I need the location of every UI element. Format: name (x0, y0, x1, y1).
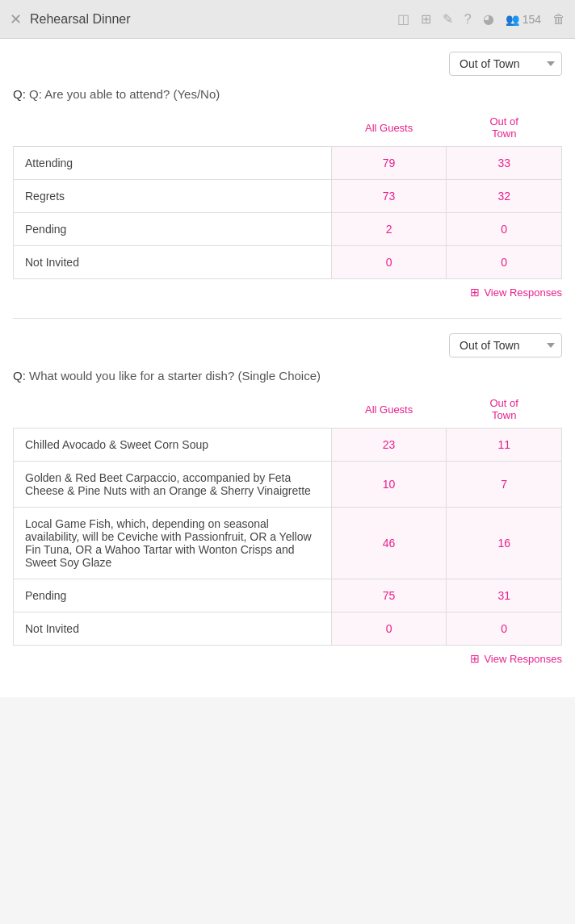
row-label: Local Game Fish, which, depending on sea… (14, 508, 332, 579)
row-label: Golden & Red Beet Carpaccio, accompanied… (14, 462, 332, 508)
grid-icon[interactable]: ⊞ (421, 11, 431, 27)
table-row: Golden & Red Beet Carpaccio, accompanied… (14, 462, 562, 508)
table-row: Pending 75 31 (14, 579, 562, 613)
help-icon[interactable]: ? (464, 12, 472, 27)
tablet-icon[interactable]: ◫ (397, 11, 409, 27)
section2-question: Q: What would you like for a starter dis… (13, 369, 562, 383)
section1-col-headers: All Guests Out ofTown (14, 112, 562, 147)
section1-col-label (14, 112, 332, 147)
row-out-of-town: 11 (447, 429, 562, 462)
section2-table: All Guests Out ofTown Chilled Avocado & … (13, 394, 562, 646)
section2-col-label (14, 394, 332, 429)
table-row: Not Invited 0 0 (14, 246, 562, 279)
row-out-of-town: 16 (447, 508, 562, 579)
row-out-of-town: 0 (447, 213, 562, 246)
section1-question: Q: Q: Are you able to attend? (Yes/No) (13, 87, 562, 101)
page-title: Rehearsal Dinner (30, 12, 397, 27)
row-label: Pending (14, 213, 332, 246)
people-icon: 👥 (506, 13, 519, 26)
section-attendance: All Guests Out of Town Q: Q: Are you abl… (13, 52, 562, 302)
table-row: Local Game Fish, which, depending on sea… (14, 508, 562, 579)
section-divider (13, 318, 562, 319)
section2-col-all: All Guests (331, 394, 447, 429)
row-out-of-town: 0 (447, 613, 562, 646)
main-content: All Guests Out of Town Q: Q: Are you abl… (0, 39, 575, 697)
row-label: Not Invited (14, 246, 332, 279)
row-out-of-town: 31 (447, 579, 562, 613)
row-all-guests: 75 (331, 579, 447, 613)
row-label: Pending (14, 579, 332, 613)
row-label: Chilled Avocado & Sweet Corn Soup (14, 429, 332, 462)
row-label: Not Invited (14, 613, 332, 646)
cross-icon[interactable]: ✕ (10, 10, 22, 28)
row-all-guests: 0 (331, 613, 447, 646)
section2-view-responses[interactable]: ⊞ View Responses (13, 646, 562, 668)
edit-icon[interactable]: ✎ (443, 11, 453, 27)
table-row: Regrets 73 32 (14, 180, 562, 213)
row-all-guests: 23 (331, 429, 447, 462)
section2-filter-dropdown[interactable]: All Guests Out of Town (449, 333, 562, 357)
section1-col-out: Out ofTown (447, 112, 562, 147)
guest-count: 154 (523, 13, 541, 26)
header: ✕ Rehearsal Dinner ◫ ⊞ ✎ ? ◕ 👥 154 🗑 (0, 0, 575, 39)
table-row: Pending 2 0 (14, 213, 562, 246)
row-out-of-town: 0 (447, 246, 562, 279)
row-all-guests: 73 (331, 180, 447, 213)
section-starter: All Guests Out of Town Q: What would you… (13, 333, 562, 668)
row-out-of-town: 33 (447, 147, 562, 180)
row-all-guests: 46 (331, 508, 447, 579)
row-all-guests: 2 (331, 213, 447, 246)
row-out-of-town: 32 (447, 180, 562, 213)
table-row: Not Invited 0 0 (14, 613, 562, 646)
section1-col-all: All Guests (331, 112, 447, 147)
row-out-of-town: 7 (447, 462, 562, 508)
section2-col-headers: All Guests Out ofTown (14, 394, 562, 429)
row-all-guests: 10 (331, 462, 447, 508)
row-label: Attending (14, 147, 332, 180)
header-icons: ◫ ⊞ ✎ ? ◕ 👥 154 🗑 (397, 11, 565, 27)
section1-dropdown-row: All Guests Out of Town (13, 52, 562, 76)
section2-dropdown-row: All Guests Out of Town (13, 333, 562, 357)
table-row: Attending 79 33 (14, 147, 562, 180)
grid-small-icon-2: ⊞ (470, 652, 480, 665)
section1-view-responses[interactable]: ⊞ View Responses (13, 279, 562, 302)
row-label: Regrets (14, 180, 332, 213)
toggle-icon[interactable]: ◕ (483, 11, 494, 27)
section1-view-responses-label: View Responses (484, 286, 562, 299)
section2-col-out: Out ofTown (447, 394, 562, 429)
row-all-guests: 79 (331, 147, 447, 180)
row-all-guests: 0 (331, 246, 447, 279)
grid-small-icon: ⊞ (470, 286, 480, 299)
section1-table: All Guests Out ofTown Attending 79 33 Re… (13, 112, 562, 279)
section1-filter-dropdown[interactable]: All Guests Out of Town (449, 52, 562, 76)
trash-icon[interactable]: 🗑 (552, 12, 565, 27)
guest-count-area: 👥 154 (506, 13, 541, 26)
section2-view-responses-label: View Responses (484, 653, 562, 665)
table-row: Chilled Avocado & Sweet Corn Soup 23 11 (14, 429, 562, 462)
